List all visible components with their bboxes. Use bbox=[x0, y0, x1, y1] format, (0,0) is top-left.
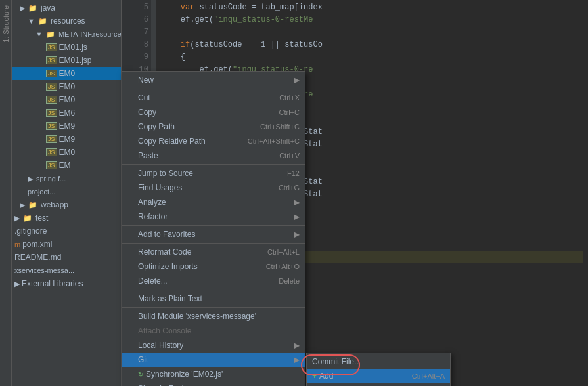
menu-item-copy[interactable]: Copy Ctrl+C bbox=[122, 105, 305, 119]
menu-item-opt-imports-label: Optimize Imports bbox=[138, 262, 256, 271]
menu-item-cut-label: Cut bbox=[138, 93, 269, 102]
menu-item-find-shortcut: Ctrl+G bbox=[279, 184, 300, 192]
context-menu-overlay[interactable]: New ▶ Cut Ctrl+X Copy Ctrl+C Copy Path C… bbox=[0, 0, 588, 386]
menu-item-reformat[interactable]: Reformat Code Ctrl+Alt+L bbox=[122, 245, 305, 259]
submenu-item-add-label: Add bbox=[319, 372, 333, 381]
menu-item-new[interactable]: New ▶ bbox=[122, 73, 305, 87]
menu-separator-5 bbox=[122, 290, 305, 290]
menu-item-copy-rel-shortcut: Ctrl+Alt+Shift+C bbox=[248, 137, 300, 145]
menu-item-attach-console: Attach Console bbox=[122, 324, 305, 338]
menu-item-refactor[interactable]: Refactor ▶ bbox=[122, 209, 305, 224]
menu-item-jump-shortcut: F12 bbox=[287, 169, 300, 177]
menu-item-analyze[interactable]: Analyze ▶ bbox=[122, 195, 305, 209]
menu-item-paste-label: Paste bbox=[138, 151, 269, 160]
context-menu: New ▶ Cut Ctrl+X Copy Ctrl+C Copy Path C… bbox=[122, 71, 305, 386]
menu-item-git[interactable]: Git ▶ Commit File... + Add Ctrl+Alt+A An… bbox=[122, 353, 305, 367]
menu-item-cut[interactable]: Cut Ctrl+X bbox=[122, 91, 305, 105]
submenu-item-add[interactable]: + Add Ctrl+Alt+A bbox=[307, 369, 450, 383]
menu-item-jump[interactable]: Jump to Source F12 bbox=[122, 166, 305, 181]
menu-item-add-favorites-label: Add to Favorites bbox=[138, 230, 291, 239]
menu-item-opt-imports-shortcut: Ctrl+Alt+O bbox=[266, 263, 300, 270]
menu-separator-4 bbox=[122, 243, 305, 244]
menu-item-cut-shortcut: Ctrl+X bbox=[279, 94, 300, 102]
menu-item-show-explorer[interactable]: Show in Explorer bbox=[122, 381, 305, 386]
menu-item-copy-shortcut: Ctrl+C bbox=[279, 108, 300, 116]
menu-item-copy-path-shortcut: Ctrl+Shift+C bbox=[260, 123, 300, 131]
git-submenu: Commit File... + Add Ctrl+Alt+A Annotate bbox=[306, 353, 451, 386]
menu-item-local-history[interactable]: Local History ▶ bbox=[122, 338, 305, 353]
menu-item-copy-label: Copy bbox=[138, 108, 269, 117]
menu-item-synchronize[interactable]: ↻ Synchronize 'EM02.js' bbox=[122, 367, 305, 381]
submenu-arrow: ▶ bbox=[294, 198, 300, 207]
ide-container: 1: Structure ▶ 📁 java ▼ 📁 resources ▼ bbox=[0, 0, 588, 386]
menu-item-paste-shortcut: Ctrl+V bbox=[279, 152, 300, 160]
menu-item-synchronize-label: Synchronize 'EM02.js' bbox=[146, 370, 300, 379]
menu-separator-2 bbox=[122, 164, 305, 165]
menu-item-copy-rel[interactable]: Copy Relative Path Ctrl+Alt+Shift+C bbox=[122, 134, 305, 148]
menu-item-copy-path-label: Copy Path bbox=[138, 122, 250, 131]
menu-item-reformat-label: Reformat Code bbox=[138, 247, 257, 257]
menu-item-local-history-label: Local History bbox=[138, 341, 291, 350]
menu-item-copy-path[interactable]: Copy Path Ctrl+Shift+C bbox=[122, 119, 305, 134]
submenu-arrow: ▶ bbox=[294, 355, 300, 364]
submenu-arrow: ▶ bbox=[294, 75, 300, 85]
menu-separator-1 bbox=[122, 89, 305, 89]
menu-item-delete-shortcut: Delete bbox=[279, 277, 300, 285]
menu-item-jump-label: Jump to Source bbox=[138, 169, 277, 178]
menu-item-refactor-label: Refactor bbox=[138, 212, 291, 221]
sync-icon: ↻ bbox=[138, 371, 143, 378]
menu-item-plain-text[interactable]: Mark as Plain Text bbox=[122, 291, 305, 306]
submenu-arrow: ▶ bbox=[294, 230, 300, 239]
menu-item-new-label: New bbox=[138, 75, 291, 85]
submenu-item-commit-label: Commit File... bbox=[312, 357, 361, 366]
submenu-item-add-shortcut: Ctrl+Alt+A bbox=[412, 372, 445, 380]
menu-item-add-favorites[interactable]: Add to Favorites ▶ bbox=[122, 227, 305, 242]
submenu-arrow: ▶ bbox=[294, 212, 300, 221]
menu-item-copy-rel-label: Copy Relative Path bbox=[138, 137, 237, 146]
submenu-item-commit[interactable]: Commit File... bbox=[307, 354, 450, 369]
menu-item-plain-text-label: Mark as Plain Text bbox=[138, 294, 300, 303]
menu-item-opt-imports[interactable]: Optimize Imports Ctrl+Alt+O bbox=[122, 259, 305, 274]
menu-item-attach-console-label: Attach Console bbox=[138, 326, 300, 335]
menu-item-git-label: Git bbox=[138, 355, 291, 364]
menu-item-delete-label: Delete... bbox=[138, 276, 268, 286]
submenu-arrow: ▶ bbox=[294, 341, 300, 350]
menu-item-delete[interactable]: Delete... Delete bbox=[122, 274, 305, 288]
menu-item-reformat-shortcut: Ctrl+Alt+L bbox=[267, 248, 300, 256]
menu-item-find[interactable]: Find Usages Ctrl+G bbox=[122, 181, 305, 195]
menu-separator-3 bbox=[122, 225, 305, 226]
menu-item-analyze-label: Analyze bbox=[138, 198, 291, 207]
menu-separator-6 bbox=[122, 307, 305, 308]
menu-item-build[interactable]: Build Module 'xservices-message' bbox=[122, 309, 305, 324]
menu-item-paste[interactable]: Paste Ctrl+V bbox=[122, 148, 305, 163]
submenu-item-annotate[interactable]: Annotate bbox=[307, 383, 450, 386]
menu-item-build-label: Build Module 'xservices-message' bbox=[138, 312, 300, 321]
add-icon: + bbox=[312, 372, 317, 381]
menu-item-find-label: Find Usages bbox=[138, 183, 268, 192]
